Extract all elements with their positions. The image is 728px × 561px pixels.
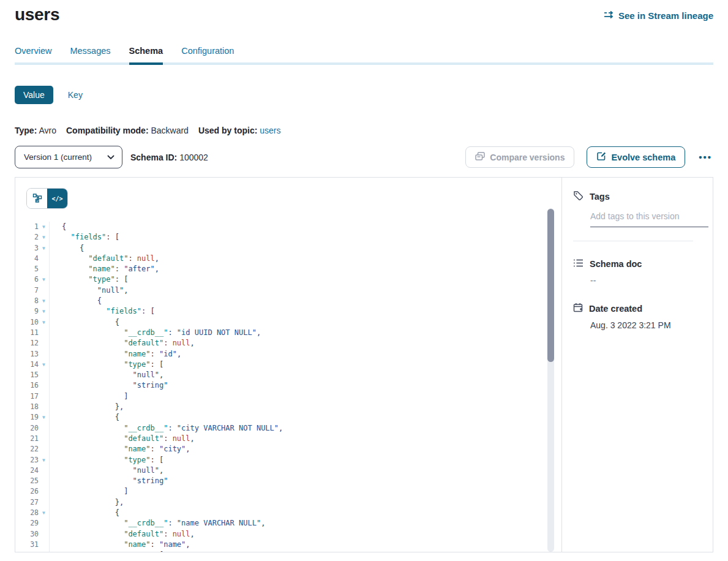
- code-text: {: [50, 296, 102, 306]
- code-line: 24 "null",: [15, 465, 561, 476]
- code-line: 27 },: [15, 497, 561, 508]
- code-text: {: [50, 317, 119, 328]
- date-created-section: Date created Aug. 3 2022 3:21 PM: [573, 303, 704, 330]
- code-text: {: [50, 412, 119, 423]
- line-number: 30: [15, 529, 39, 540]
- line-number: 21: [15, 434, 39, 444]
- code-text: "__crdb__": "name VARCHAR NULL",: [50, 518, 265, 529]
- fold-toggle-icon[interactable]: ▼: [39, 360, 50, 370]
- fold-toggle-icon[interactable]: ▼: [39, 412, 50, 423]
- line-number: 24: [15, 465, 39, 476]
- code-text: "name": "city",: [50, 444, 190, 454]
- line-number: 16: [15, 380, 39, 391]
- fold-toggle-icon[interactable]: ▼: [39, 243, 50, 254]
- code-text: {: [50, 243, 84, 254]
- code-text: "default": null,: [50, 529, 195, 540]
- fold-gutter: [39, 370, 50, 380]
- code-text: "fields": [: [50, 232, 119, 243]
- line-number: 22: [15, 444, 39, 454]
- schema-id-value: 100002: [179, 152, 208, 162]
- code-line: 23▼ "type": [: [15, 455, 561, 465]
- code-text: },: [50, 497, 124, 508]
- fold-gutter: [39, 349, 50, 360]
- line-number: 7: [15, 285, 39, 296]
- more-options-button[interactable]: •••: [697, 149, 713, 165]
- code-text: {: [50, 222, 66, 232]
- code-line: 19▼ {: [15, 412, 561, 423]
- line-number: 9: [15, 306, 39, 317]
- fold-toggle-icon[interactable]: ▼: [39, 232, 50, 243]
- fold-toggle-icon[interactable]: ▼: [39, 306, 50, 317]
- code-view-icon: </>: [51, 195, 62, 202]
- schema-doc-heading: Schema doc: [573, 258, 704, 269]
- meta-compat-label: Compatibility mode:: [66, 126, 149, 135]
- code-line: 14▼ "type": [: [15, 360, 561, 370]
- code-line: 8▼ {: [15, 296, 561, 306]
- code-line: 7 "null",: [15, 285, 561, 296]
- calendar-icon: [573, 303, 583, 314]
- code-text: "fields": [: [50, 306, 155, 317]
- schema-page: users See in Stream lineage Overview Mes…: [0, 0, 728, 561]
- code-line: 9▼ "fields": [: [15, 306, 561, 317]
- tag-icon: [573, 190, 584, 203]
- code-line: 26 ]: [15, 486, 561, 497]
- fold-gutter: [39, 497, 50, 508]
- code-text: "name": "after",: [50, 264, 159, 274]
- tab-schema[interactable]: Schema: [129, 46, 163, 65]
- topic-link[interactable]: users: [260, 126, 280, 135]
- fold-gutter: [39, 486, 50, 497]
- line-number: 3: [15, 243, 39, 254]
- list-icon: [573, 258, 584, 269]
- line-number: 5: [15, 264, 39, 274]
- fold-toggle-icon[interactable]: ▼: [39, 455, 50, 465]
- code-line: 17 ]: [15, 391, 561, 402]
- code-text: "type": [: [50, 455, 163, 465]
- stream-lineage-link[interactable]: See in Stream lineage: [604, 10, 713, 21]
- schema-panel: </> 1▼{2▼ "fields": [3▼ {4 "default": nu…: [15, 177, 713, 552]
- meta-compat-value: Backward: [151, 126, 188, 135]
- editor-scrollbar-track[interactable]: [547, 208, 554, 552]
- meta-compat: Compatibility mode: Backward: [66, 126, 189, 135]
- evolve-schema-button[interactable]: Evolve schema: [587, 146, 685, 168]
- key-toggle-button[interactable]: Key: [68, 90, 83, 100]
- fold-gutter: [39, 423, 50, 434]
- meta-type-label: Type:: [15, 126, 37, 135]
- code-line: 29 "__crdb__": "name VARCHAR NULL",: [15, 518, 561, 529]
- fold-gutter: [39, 529, 50, 540]
- line-number: 20: [15, 423, 39, 434]
- code-line: 12 "default": null,: [15, 338, 561, 348]
- line-number: 13: [15, 349, 39, 360]
- tree-view-icon: [32, 193, 42, 205]
- code-text: },: [50, 402, 124, 412]
- tree-view-button[interactable]: [27, 189, 47, 208]
- editor-scrollbar-thumb[interactable]: [547, 209, 554, 362]
- fold-toggle-icon[interactable]: ▼: [39, 550, 50, 552]
- tab-underline-track: [15, 62, 713, 65]
- meta-type-value: Avro: [39, 126, 56, 135]
- line-number: 6: [15, 274, 39, 285]
- value-toggle-button[interactable]: Value: [15, 86, 53, 104]
- schema-doc-section: Schema doc --: [573, 258, 704, 285]
- fold-toggle-icon[interactable]: ▼: [39, 274, 50, 285]
- line-number: 25: [15, 476, 39, 486]
- code-text: "null",: [50, 285, 128, 296]
- code-text: "type": [: [50, 274, 128, 285]
- fold-toggle-icon[interactable]: ▼: [39, 317, 50, 328]
- code-text: "__crdb__": "id UUID NOT NULL",: [50, 328, 261, 338]
- line-number: 12: [15, 338, 39, 348]
- code-text: "null",: [50, 370, 163, 380]
- code-line: 15 "null",: [15, 370, 561, 380]
- fold-toggle-icon[interactable]: ▼: [39, 508, 50, 518]
- code-text: ]: [50, 486, 128, 497]
- line-number: 23: [15, 455, 39, 465]
- fold-toggle-icon[interactable]: ▼: [39, 296, 50, 306]
- code-view-button[interactable]: </>: [47, 189, 67, 208]
- version-select[interactable]: Version 1 (current): [15, 146, 122, 168]
- code-line: 31 "name": "name",: [15, 540, 561, 550]
- code-text: "name": "name",: [50, 540, 190, 550]
- tags-title: Tags: [590, 192, 610, 201]
- line-number: 17: [15, 391, 39, 402]
- compare-versions-button[interactable]: Compare versions: [465, 146, 574, 168]
- fold-toggle-icon[interactable]: ▼: [39, 222, 50, 232]
- tags-input[interactable]: [590, 211, 708, 227]
